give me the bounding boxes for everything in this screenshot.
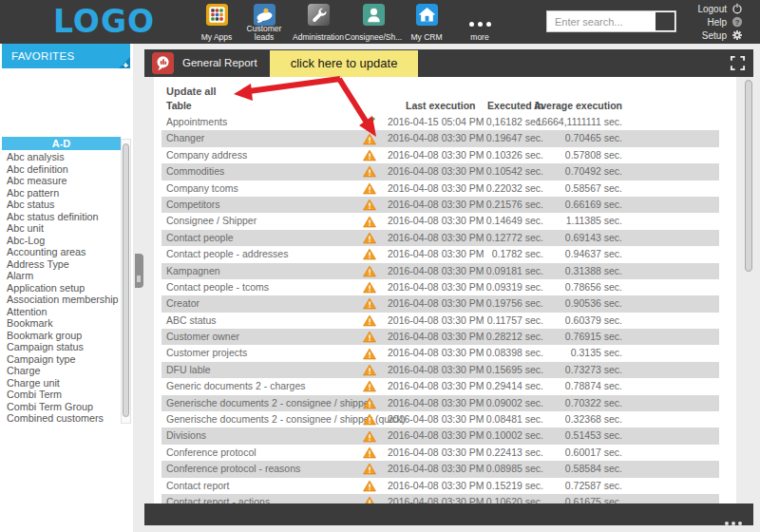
topbar: LOGO My Apps Customer leads Administrati… xyxy=(0,0,760,44)
warning-icon[interactable] xyxy=(363,147,380,163)
sidebar: INFOPANEL + SHORT MESSAGES + ADMINISTRAT… xyxy=(0,44,133,532)
table-row[interactable]: Contact report 2016-04-08 03:30 PM 0.152… xyxy=(162,478,719,494)
sidebar-splitter-handle[interactable] xyxy=(135,254,143,288)
admin-item-abc-status[interactable]: Abc status xyxy=(0,199,121,211)
table-row[interactable]: Appointments 2016-04-15 05:04 PM 0,16182… xyxy=(162,114,719,130)
warning-icon[interactable] xyxy=(363,478,380,494)
admin-item-combined-customers[interactable]: Combined customers xyxy=(0,412,121,425)
quicklink-help[interactable]: Help ? xyxy=(697,15,743,28)
table-row[interactable]: ABC status 2016-04-08 03:30 PM 0.11757 s… xyxy=(162,313,719,329)
report-tabbar: General Report xyxy=(144,49,753,77)
warning-icon[interactable] xyxy=(363,411,380,428)
app-item-more[interactable]: more xyxy=(446,3,513,43)
table-row[interactable]: Customer owner 2016-04-08 03:30 PM 0.282… xyxy=(162,329,719,345)
report-table-body: Appointments 2016-04-15 05:04 PM 0,16182… xyxy=(162,114,719,504)
warning-icon[interactable] xyxy=(363,428,380,444)
letter-group-header: A-D xyxy=(2,137,121,150)
search-input[interactable] xyxy=(547,11,654,31)
update-all-link[interactable]: Update all xyxy=(166,86,217,97)
apps-grid-icon xyxy=(205,3,229,27)
admin-item-abc-log[interactable]: Abc-Log xyxy=(0,235,121,247)
warning-icon[interactable] xyxy=(363,246,380,262)
table-row[interactable]: Changer 2016-04-08 03:30 PM 0.19647 sec.… xyxy=(162,130,719,146)
sidebar-scrollbar-thumb[interactable] xyxy=(123,143,129,417)
warning-icon[interactable] xyxy=(363,130,380,146)
warning-icon[interactable] xyxy=(363,445,380,461)
admin-item-accounting-areas[interactable]: Accounting areas xyxy=(0,246,121,258)
quicklink-logout[interactable]: Logout xyxy=(697,2,743,15)
column-header-table: Table xyxy=(166,100,192,111)
warning-icon[interactable] xyxy=(363,295,380,312)
table-row[interactable]: Customer projects 2016-04-08 03:30 PM 0.… xyxy=(162,345,719,361)
admin-item-alarm[interactable]: Alarm xyxy=(0,270,121,282)
admin-item-bookmark[interactable]: Bookmark xyxy=(0,317,121,330)
bottombar-more-dots[interactable] xyxy=(722,512,742,529)
admin-item-abc-pattern[interactable]: Abc pattern xyxy=(0,187,121,200)
table-row[interactable]: Consignee / Shipper 2016-04-08 03:30 PM … xyxy=(162,213,719,229)
admin-item-address-type[interactable]: Address Type xyxy=(0,258,121,271)
admin-item-abc-analysis[interactable]: Abc analysis xyxy=(0,151,121,163)
warning-icon[interactable] xyxy=(363,263,380,279)
person-icon xyxy=(362,3,386,27)
table-row[interactable]: Generische documents 2 - consignee / shi… xyxy=(162,395,719,411)
admin-item-combi-term[interactable]: Combi Term xyxy=(0,389,121,401)
admin-item-abc-measure[interactable]: Abc measure xyxy=(0,175,121,187)
admin-item-list: Abc analysis Abc definition Abc measure … xyxy=(0,151,121,425)
table-row[interactable]: Kampagnen 2016-04-08 03:30 PM 0.09181 se… xyxy=(162,263,719,279)
warning-icon[interactable] xyxy=(363,378,380,394)
help-icon: ? xyxy=(732,16,743,28)
admin-item-combi-term-group[interactable]: Combi Term Group xyxy=(0,401,121,413)
table-row[interactable]: Conference protocol 2016-04-08 03:30 PM … xyxy=(162,445,719,461)
admin-item-charge-unit[interactable]: Charge unit xyxy=(0,377,121,390)
ok-icon[interactable] xyxy=(363,114,380,130)
admin-item-application-setup[interactable]: Application setup xyxy=(0,282,121,294)
warning-icon[interactable] xyxy=(363,395,380,411)
table-row[interactable]: Creator 2016-04-08 03:30 PM 0.19756 sec.… xyxy=(162,295,719,312)
table-row[interactable]: Contact people - addresses 2016-04-08 03… xyxy=(162,246,719,262)
warning-icon[interactable] xyxy=(363,461,380,477)
fullscreen-button[interactable] xyxy=(730,55,746,71)
tab-title: General Report xyxy=(182,49,257,77)
warning-icon[interactable] xyxy=(363,494,380,504)
table-row[interactable]: Divisions 2016-04-08 03:30 PM 0.10002 se… xyxy=(162,428,719,444)
search-button[interactable] xyxy=(656,12,674,30)
admin-item-abc-status-definition[interactable]: Abc status definition xyxy=(0,211,121,223)
admin-item-abc-unit[interactable]: Abc unit xyxy=(0,222,121,235)
table-row[interactable]: Contact report - actions 2016-04-08 03:3… xyxy=(162,494,719,504)
table-row[interactable]: Commodities 2016-04-08 03:30 PM 0.10542 … xyxy=(162,163,719,180)
warning-icon[interactable] xyxy=(363,197,380,213)
wrench-icon xyxy=(307,3,331,27)
warning-icon[interactable] xyxy=(363,279,380,295)
admin-item-attention[interactable]: Attention xyxy=(0,306,121,318)
table-row[interactable]: Competitors 2016-04-08 03:30 PM 0.21576 … xyxy=(162,197,719,213)
warning-icon[interactable] xyxy=(363,329,380,345)
warning-icon[interactable] xyxy=(363,313,380,329)
quicklink-setup[interactable]: Setup xyxy=(697,28,743,42)
table-row[interactable]: Contact people - tcoms 2016-04-08 03:30 … xyxy=(162,279,719,295)
table-row[interactable]: Company tcoms 2016-04-08 03:30 PM 0.2203… xyxy=(162,180,719,197)
warning-icon[interactable] xyxy=(363,230,380,246)
warning-icon[interactable] xyxy=(363,163,380,180)
admin-item-campaign-type[interactable]: Campaign type xyxy=(0,353,121,366)
admin-item-abc-definition[interactable]: Abc definition xyxy=(0,163,121,176)
home-icon xyxy=(415,3,439,27)
callout-tooltip: click here to update xyxy=(270,50,418,77)
warning-icon[interactable] xyxy=(363,362,380,378)
admin-item-campaign-status[interactable]: Campaign status xyxy=(0,341,121,353)
warning-icon[interactable] xyxy=(363,213,380,229)
table-row[interactable]: Generische documents 2 - consignee / shi… xyxy=(162,411,719,428)
admin-item-charge[interactable]: Charge xyxy=(0,365,121,377)
svg-text:?: ? xyxy=(735,18,740,27)
warning-icon[interactable] xyxy=(363,180,380,197)
table-row[interactable]: Generic documents 2 - charges 2016-04-08… xyxy=(162,378,719,394)
table-row[interactable]: Contact people 2016-04-08 03:30 PM 0.127… xyxy=(162,230,719,246)
warning-icon[interactable] xyxy=(363,345,380,361)
table-row[interactable]: DFU lable 2016-04-08 03:30 PM 0.15695 se… xyxy=(162,362,719,378)
admin-item-association-membership[interactable]: Association membership xyxy=(0,294,121,306)
content-scrollbar-thumb[interactable] xyxy=(745,80,752,272)
table-row[interactable]: Conference protocol - reasons 2016-04-08… xyxy=(162,461,719,477)
search-box xyxy=(546,10,676,32)
table-row[interactable]: Company address 2016-04-08 03:30 PM 0.10… xyxy=(162,147,719,163)
admin-item-bookmark-group[interactable]: Bookmark group xyxy=(0,330,121,342)
sidebar-section-favorites[interactable]: FAVORITES + xyxy=(2,44,130,68)
